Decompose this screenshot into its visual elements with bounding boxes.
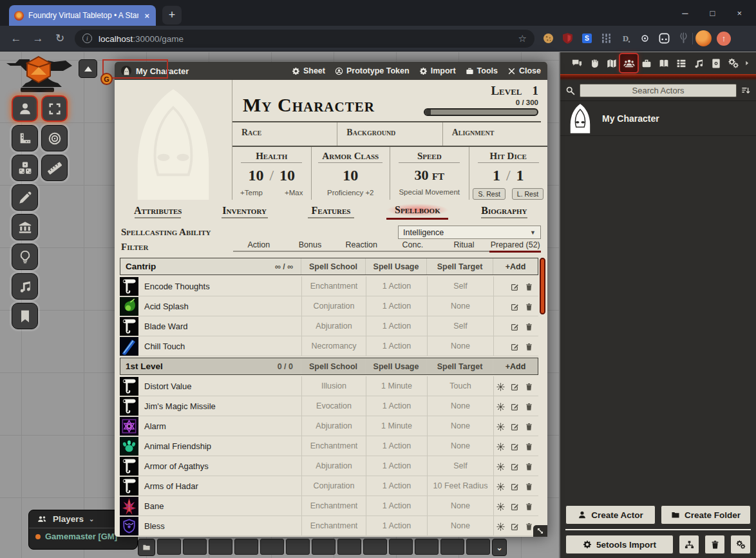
spell-image-icon[interactable] — [120, 497, 138, 515]
lens-icon[interactable] — [639, 32, 651, 44]
macro-slot[interactable] — [337, 539, 361, 555]
spell-name[interactable]: Armor of Agathys — [138, 461, 301, 471]
window-maximize-button[interactable]: □ — [706, 8, 719, 18]
spell-name[interactable]: Blade Ward — [138, 322, 301, 331]
spell-image-icon[interactable] — [120, 317, 138, 336]
filter-action[interactable]: Action — [233, 240, 285, 253]
edit-icon[interactable] — [511, 282, 519, 291]
macro-slot[interactable] — [286, 539, 310, 555]
site-info-icon[interactable]: i — [82, 34, 92, 43]
toggle-prepared-icon[interactable] — [496, 522, 505, 530]
search-actors-input[interactable] — [580, 84, 737, 97]
edit-icon[interactable] — [511, 342, 519, 351]
browser-tab[interactable]: Foundry Virtual Tabletop • A Stan × — [9, 5, 156, 26]
delete-icon[interactable] — [525, 482, 533, 490]
macro-slot[interactable] — [389, 539, 413, 555]
create-folder-button[interactable]: Create Folder — [661, 505, 751, 524]
edit-icon[interactable] — [511, 482, 519, 490]
macro-slot[interactable] — [312, 539, 335, 555]
control-lighting[interactable] — [12, 244, 38, 270]
macro-slot[interactable] — [440, 539, 464, 555]
spell-image-icon[interactable] — [120, 517, 138, 535]
url-bar[interactable]: i localhost:30000/game ☆ — [75, 30, 534, 48]
sidebar-tab-settings[interactable] — [724, 54, 742, 72]
xp-value[interactable]: 0 / 300 — [424, 99, 538, 106]
game-canvas[interactable]: Players ⌄ Gamemaster [GM] ⌄ My Character… — [0, 52, 756, 558]
spell-name[interactable]: Encode Thoughts — [138, 282, 301, 291]
macro-slot[interactable] — [209, 539, 232, 555]
add-spell-button[interactable]: +Add — [493, 258, 538, 274]
tool-select[interactable] — [41, 95, 68, 122]
tab-features[interactable]: Features — [288, 205, 374, 219]
spell-image-icon[interactable] — [120, 457, 138, 476]
control-tiles[interactable] — [12, 155, 38, 181]
sort-icon[interactable] — [741, 86, 751, 95]
window-minimize-button[interactable]: ─ — [678, 8, 692, 18]
spell-row[interactable]: Jim's Magic MissileEvocation1 ActionNone — [120, 396, 538, 416]
spell-row[interactable]: Acid SplashConjuration1 ActionNone — [120, 296, 538, 316]
tab-inventory[interactable]: Inventory — [201, 205, 287, 219]
spell-name[interactable]: Chill Touch — [138, 342, 301, 351]
spell-image-icon[interactable] — [120, 417, 138, 436]
delete-all-button[interactable] — [704, 535, 725, 554]
claw-icon[interactable] — [677, 32, 690, 44]
edit-icon[interactable] — [511, 382, 519, 390]
macro-slot[interactable] — [157, 539, 181, 555]
control-notes[interactable] — [12, 303, 38, 329]
sidebar-tab-items[interactable] — [638, 54, 655, 72]
spell-name[interactable]: Alarm — [138, 421, 301, 431]
toggle-prepared-icon[interactable] — [496, 382, 505, 390]
level-value[interactable]: 1 — [533, 84, 539, 97]
hp-max[interactable]: 10 — [279, 167, 295, 184]
sidebar-tab-actors[interactable] — [620, 54, 638, 72]
filter-prepared-52-[interactable]: Prepared (52) — [489, 240, 541, 253]
edit-icon[interactable] — [511, 462, 519, 470]
sidebar-tab-tables[interactable] — [672, 54, 690, 72]
delete-icon[interactable] — [525, 422, 533, 430]
d-badge-icon[interactable]: D — [619, 32, 632, 44]
delete-icon[interactable] — [525, 502, 533, 510]
spell-row[interactable]: Encode ThoughtsEnchantment1 ActionSelf — [120, 276, 538, 296]
toggle-prepared-icon[interactable] — [496, 502, 505, 510]
5etools-import-button[interactable]: 5etools Import — [565, 535, 674, 554]
background-field[interactable]: Background — [337, 122, 442, 146]
spell-image-icon[interactable] — [120, 297, 138, 316]
create-actor-button[interactable]: Create Actor — [565, 505, 656, 524]
sidebar-tab-playlists[interactable] — [690, 54, 707, 72]
hotbar-page-down-button[interactable]: ⌄ — [492, 539, 507, 556]
columns-icon[interactable] — [600, 32, 612, 44]
edit-icon[interactable] — [511, 502, 519, 510]
spell-name[interactable]: Distort Value — [138, 381, 301, 391]
reload-button[interactable]: ↻ — [49, 32, 71, 45]
macro-slot[interactable] — [260, 539, 284, 555]
filter-bonus[interactable]: Bonus — [285, 240, 336, 253]
delete-icon[interactable] — [525, 382, 533, 390]
delete-icon[interactable] — [525, 522, 533, 530]
window-button-close[interactable]: Close — [507, 66, 541, 75]
alignment-field[interactable]: Alignment — [442, 122, 547, 146]
tab-attributes[interactable]: Attributes — [115, 205, 201, 219]
spell-row[interactable]: Chill TouchNecromancy1 ActionNone — [120, 336, 538, 356]
sidebar-tab-chat[interactable] — [568, 54, 585, 72]
hd-current[interactable]: 1 — [493, 167, 500, 184]
control-walls[interactable] — [12, 214, 38, 240]
collapse-controls-button[interactable] — [79, 59, 97, 78]
edit-icon[interactable] — [511, 402, 519, 410]
special-movement-link[interactable]: Special Movement — [399, 188, 460, 196]
macro-slot[interactable] — [466, 539, 490, 555]
macro-slot[interactable] — [183, 539, 207, 555]
toggle-prepared-icon[interactable] — [496, 442, 505, 450]
delete-icon[interactable] — [525, 282, 533, 291]
spell-list-scrollbar[interactable] — [540, 258, 545, 314]
s-badge-icon[interactable]: S — [581, 32, 593, 44]
sidebar-tab-scenes[interactable] — [603, 54, 620, 72]
hp-current[interactable]: 10 — [248, 167, 263, 184]
tab-biography[interactable]: Biography — [461, 205, 547, 219]
hd-max[interactable]: 1 — [516, 167, 524, 184]
spell-image-icon[interactable] — [120, 337, 138, 356]
spell-image-icon[interactable] — [120, 397, 138, 416]
filter-ritual[interactable]: Ritual — [439, 240, 490, 253]
edit-icon[interactable] — [511, 522, 519, 530]
filter-conc-[interactable]: Conc. — [387, 240, 439, 253]
delete-icon[interactable] — [525, 342, 533, 351]
